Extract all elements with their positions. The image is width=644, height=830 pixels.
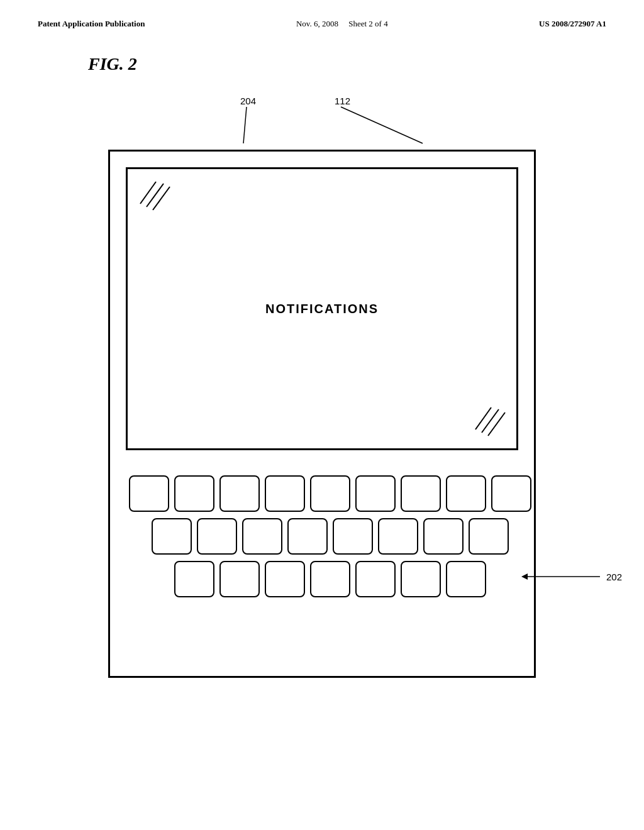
key-3-4[interactable]: [310, 561, 350, 597]
key-1-4[interactable]: [265, 475, 305, 512]
key-3-5[interactable]: [355, 561, 396, 597]
svg-line-0: [140, 182, 156, 204]
notifications-text: NOTIFICATIONS: [265, 302, 379, 316]
callout-204-line: [243, 107, 247, 143]
svg-line-3: [475, 407, 491, 429]
key-1-9[interactable]: [491, 475, 531, 512]
diagram-container: 204 112 NOTIFICATIONS: [102, 93, 542, 678]
key-3-1[interactable]: [174, 561, 214, 597]
svg-line-5: [488, 412, 505, 436]
key-2-3[interactable]: [242, 518, 282, 555]
header-patent-number: US 2008/272907 A1: [539, 19, 606, 29]
svg-marker-7: [521, 573, 528, 580]
device-bottom-space: [126, 610, 518, 660]
callout-202-arrow-svg: [521, 570, 603, 583]
callout-204-text: 204: [240, 96, 256, 106]
key-2-5[interactable]: [333, 518, 373, 555]
key-3-3[interactable]: [265, 561, 305, 597]
key-1-6[interactable]: [355, 475, 396, 512]
key-2-6[interactable]: [378, 518, 418, 555]
svg-line-2: [153, 187, 170, 210]
key-1-1[interactable]: [129, 475, 169, 512]
key-row-1: [129, 475, 515, 512]
keyboard-area: 202: [126, 469, 518, 610]
key-1-8[interactable]: [446, 475, 486, 512]
callout-202-container: 202: [521, 570, 622, 583]
key-3-2[interactable]: [219, 561, 260, 597]
svg-line-4: [482, 409, 499, 433]
callout-112-text: 112: [335, 96, 350, 106]
key-2-1[interactable]: [152, 518, 192, 555]
callout-112-line: [341, 107, 423, 143]
hatch-bottomright-svg: [472, 404, 507, 439]
key-row-3: 202: [174, 561, 515, 597]
figure-area: FIG. 2 204 112: [0, 42, 644, 690]
hatch-topleft: [137, 179, 172, 213]
key-2-7[interactable]: [423, 518, 464, 555]
key-row-2: [152, 518, 515, 555]
header-publication-label: Patent Application Publication: [38, 19, 145, 29]
key-3-7[interactable]: [446, 561, 486, 597]
key-1-2[interactable]: [174, 475, 214, 512]
svg-line-1: [147, 184, 164, 207]
header-sheet: Sheet 2 of 4: [348, 19, 387, 28]
hatch-topleft-svg: [137, 179, 172, 213]
header-date-sheet: Nov. 6, 2008 Sheet 2 of 4: [296, 19, 388, 29]
device-screen: NOTIFICATIONS: [126, 167, 518, 450]
patent-header: Patent Application Publication Nov. 6, 2…: [0, 0, 644, 42]
header-date: Nov. 6, 2008: [296, 19, 338, 28]
key-1-5[interactable]: [310, 475, 350, 512]
hatch-bottomright: [472, 404, 507, 439]
key-1-3[interactable]: [219, 475, 260, 512]
key-3-6[interactable]: [401, 561, 441, 597]
device-outer-box: NOTIFICATIONS: [108, 150, 536, 678]
callout-arrows-svg: 204 112: [108, 93, 536, 150]
callout-202-label: 202: [606, 572, 622, 582]
figure-label: FIG. 2: [88, 54, 594, 74]
key-2-8[interactable]: [469, 518, 509, 555]
key-2-4[interactable]: [287, 518, 328, 555]
key-1-7[interactable]: [401, 475, 441, 512]
key-2-2[interactable]: [197, 518, 237, 555]
